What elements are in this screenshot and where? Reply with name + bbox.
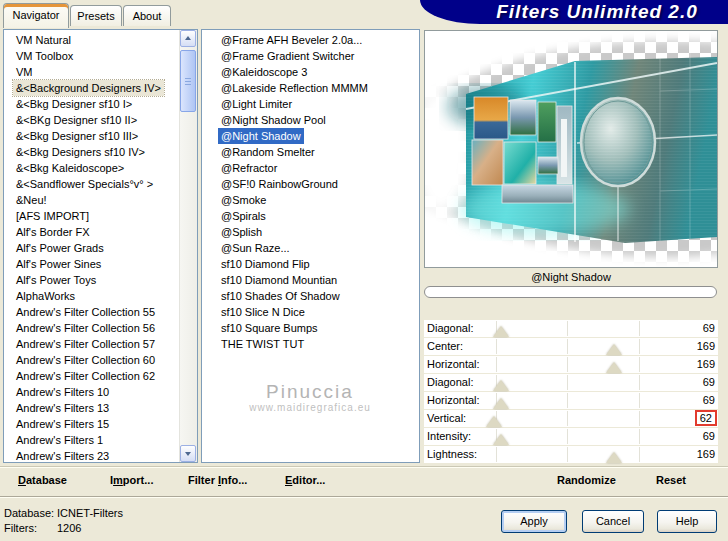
slider-row[interactable]: Horizontal:69 <box>424 392 718 409</box>
category-item-label: VM <box>13 64 36 80</box>
slider-row[interactable]: Diagonal:69 <box>424 320 718 337</box>
filter-item[interactable]: @Lakeside Reflection MMMM <box>202 80 419 96</box>
category-item[interactable]: &<BKg Designer sf10 II> <box>4 112 197 128</box>
category-item[interactable]: Andrew's Filter Collection 60 <box>4 352 197 368</box>
category-list[interactable]: VM NaturalVM ToolboxVM&<Background Desig… <box>3 29 198 463</box>
database-button[interactable]: Database <box>18 474 67 486</box>
category-item[interactable]: &<Background Designers IV> <box>4 80 197 96</box>
category-item[interactable]: Andrew's Filter Collection 56 <box>4 320 197 336</box>
category-item-label: VM Toolbox <box>13 48 76 64</box>
import-button[interactable]: Import... <box>110 474 153 486</box>
slider-thumb[interactable] <box>493 380 509 391</box>
category-item[interactable]: Alf's Border FX <box>4 224 197 240</box>
category-item[interactable]: [AFS IMPORT] <box>4 208 197 224</box>
filter-item[interactable]: sf10 Diamond Mountian <box>202 272 419 288</box>
slider-thumb[interactable] <box>606 452 622 463</box>
filter-item-label: @Random Smelter <box>218 144 318 160</box>
filter-item-label: @Kaleidoscope 3 <box>218 64 310 80</box>
category-item[interactable]: Andrew's Filter Collection 62 <box>4 368 197 384</box>
category-item-label: Andrew's Filter Collection 60 <box>13 352 158 368</box>
category-item[interactable]: Alf's Power Grads <box>4 240 197 256</box>
scrollbar-thumb[interactable] <box>180 50 196 112</box>
category-item-label: &Neu! <box>13 192 50 208</box>
category-item[interactable]: Alf's Power Toys <box>4 272 197 288</box>
filter-item[interactable]: @Frame AFH Beveler 2.0a... <box>202 32 419 48</box>
filter-info-button[interactable]: Filter Info... <box>188 474 247 486</box>
filter-item[interactable]: @Night Shadow Pool <box>202 112 419 128</box>
apply-button[interactable]: Apply <box>501 510 567 533</box>
tab-about[interactable]: About <box>123 5 171 26</box>
category-item[interactable]: Andrew's Filters 10 <box>4 384 197 400</box>
help-button[interactable]: Help <box>657 510 717 533</box>
cancel-button[interactable]: Cancel <box>582 510 644 533</box>
slider-label: Horizontal: <box>427 394 480 406</box>
filter-item[interactable]: sf10 Diamond Flip <box>202 256 419 272</box>
category-item[interactable]: Andrew's Filters 15 <box>4 416 197 432</box>
category-item[interactable]: &<Sandflower Specials°v° > <box>4 176 197 192</box>
category-item[interactable]: &<Bkg Kaleidoscope> <box>4 160 197 176</box>
filter-item-label: @Night Shadow <box>218 128 304 144</box>
slider-thumb[interactable] <box>606 362 622 373</box>
randomize-button[interactable]: Randomize <box>557 474 616 486</box>
category-item-label: &<Sandflower Specials°v° > <box>13 176 156 192</box>
slider-thumb[interactable] <box>493 398 509 409</box>
filter-item[interactable]: @Splish <box>202 224 419 240</box>
filter-item[interactable]: @SF!0 RainbowGround <box>202 176 419 192</box>
category-item[interactable]: &Neu! <box>4 192 197 208</box>
slider-row[interactable]: Vertical:62 <box>424 410 718 427</box>
reset-button[interactable]: Reset <box>656 474 686 486</box>
category-scrollbar[interactable] <box>179 30 197 462</box>
filter-item[interactable]: @Smoke <box>202 192 419 208</box>
slider-thumb[interactable] <box>606 344 622 355</box>
filter-item[interactable]: @Refractor <box>202 160 419 176</box>
slider-thumb[interactable] <box>493 326 509 337</box>
filter-item-label: @Light Limiter <box>218 96 295 112</box>
slider-row[interactable]: Intensity:69 <box>424 428 718 445</box>
category-item[interactable]: Andrew's Filter Collection 55 <box>4 304 197 320</box>
slider-row[interactable]: Lightness:169 <box>424 446 718 463</box>
category-item[interactable]: &<Bkg Designer sf10 III> <box>4 128 197 144</box>
slider-thumb[interactable] <box>486 416 502 427</box>
filter-item[interactable]: sf10 Shades Of Shadow <box>202 288 419 304</box>
filter-item[interactable]: THE TWIST TUT <box>202 336 419 352</box>
editor-button[interactable]: Editor... <box>285 474 325 486</box>
filter-item[interactable]: @Night Shadow <box>202 128 419 144</box>
filter-item[interactable]: @Random Smelter <box>202 144 419 160</box>
category-item-label: &<Bkg Designers sf10 IV> <box>13 144 148 160</box>
category-item[interactable]: VM <box>4 64 197 80</box>
filter-item[interactable]: @Sun Raze... <box>202 240 419 256</box>
scroll-down-icon[interactable] <box>180 445 196 462</box>
filter-item[interactable]: @Light Limiter <box>202 96 419 112</box>
category-item[interactable]: AlphaWorks <box>4 288 197 304</box>
category-item[interactable]: Andrew's Filters 13 <box>4 400 197 416</box>
category-item[interactable]: VM Natural <box>4 32 197 48</box>
slider-thumb[interactable] <box>493 434 509 445</box>
filter-item[interactable]: @Frame Gradient Switcher <box>202 48 419 64</box>
slider-tick <box>639 429 640 444</box>
slider-row[interactable]: Diagonal:69 <box>424 374 718 391</box>
filter-item[interactable]: sf10 Slice N Dice <box>202 304 419 320</box>
tab-presets[interactable]: Presets <box>70 5 122 26</box>
category-item[interactable]: Andrew's Filter Collection 57 <box>4 336 197 352</box>
filter-item[interactable]: @Spirals <box>202 208 419 224</box>
slider-row[interactable]: Center:169 <box>424 338 718 355</box>
category-item[interactable]: Andrew's Filters 1 <box>4 432 197 448</box>
category-item[interactable]: Alf's Power Sines <box>4 256 197 272</box>
slider-value: 169 <box>697 340 715 352</box>
filter-rows: @Frame AFH Beveler 2.0a...@Frame Gradien… <box>202 30 419 352</box>
tab-navigator[interactable]: Navigator <box>3 3 69 28</box>
category-item[interactable]: VM Toolbox <box>4 48 197 64</box>
category-item-label: AlphaWorks <box>13 288 78 304</box>
category-item[interactable]: &<Bkg Designer sf10 I> <box>4 96 197 112</box>
preview-image[interactable] <box>424 30 718 268</box>
slider-row[interactable]: Horizontal:169 <box>424 356 718 373</box>
slider-tick <box>567 339 568 354</box>
scroll-up-icon[interactable] <box>180 30 196 47</box>
category-item[interactable]: &<Bkg Designers sf10 IV> <box>4 144 197 160</box>
status-filters-label: Filters: <box>4 522 37 534</box>
category-item[interactable]: Andrew's Filters 23 <box>4 448 197 463</box>
slider-tick <box>639 375 640 390</box>
filter-item[interactable]: @Kaleidoscope 3 <box>202 64 419 80</box>
filter-list[interactable]: @Frame AFH Beveler 2.0a...@Frame Gradien… <box>201 29 420 463</box>
filter-item[interactable]: sf10 Square Bumps <box>202 320 419 336</box>
